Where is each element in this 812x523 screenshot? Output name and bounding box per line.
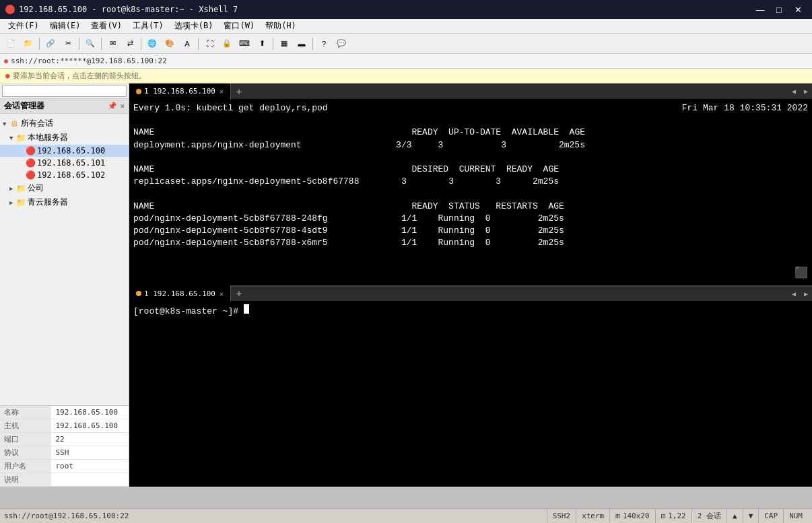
lower-tab-1[interactable]: 1 192.168.65.100 ✕ [129,285,231,302]
rs-name: replicaset.apps/nginx-deployment-5cb8f67… [133,176,396,186]
add-tab-button-lower[interactable]: + [231,285,247,302]
pod2-name: pod/nginx-deployment-5cb8f67788-4sdt9 [133,225,396,236]
folder-icon: 📁 [16,184,26,193]
tree-item-local-server[interactable]: ▼ 📁 本地服务器 [0,131,129,145]
status-items: SSH2 xterm ⊞ 140x20 ⊡ 1,22 2 会话 ▲ ▼ [547,509,808,524]
tree-item-server-102[interactable]: 🔴 192.168.65.102 [0,169,129,181]
paint-button[interactable]: 🎨 [162,36,178,51]
rs-ready: 3 [496,176,527,186]
prop-key: 说明 [0,473,51,487]
watch-command: Every 1.0s: kubectl get deploy,rs,pod [133,102,328,114]
pod-row-1: pod/nginx-deployment-5cb8f67788-248fg 1/… [133,213,808,225]
globe-button[interactable]: 🌐 [144,36,160,51]
col-desired: DESIRED [411,164,453,174]
panel-close-button[interactable]: ✕ [120,102,125,110]
script-button[interactable]: A [179,36,195,51]
hint-icon: ● [5,71,10,80]
pod1-ready: 1/1 [401,213,433,223]
minimize-button[interactable]: — [751,3,769,16]
add-tab-button[interactable]: + [231,83,247,100]
connect-button[interactable]: 🔗 [42,36,59,51]
prop-key: 名称 [0,406,51,419]
window-title: 192.168.65.100 - root@k8s-master:~ - Xsh… [19,5,238,14]
pod1-name: pod/nginx-deployment-5cb8f67788-248fg [133,213,396,223]
terminal-panel: 1 192.168.65.100 ✕ + ◀ ▶ Every 1.0s: kub… [129,83,812,487]
lower-tab-next[interactable]: ▶ [800,287,812,300]
search-button[interactable]: 🔍 [82,36,98,51]
prop-value: 192.168.65.100 [51,419,129,433]
pod-row-3: pod/nginx-deployment-5cb8f67788-x6mr5 1/… [133,237,808,249]
fullscreen-button[interactable]: ⛶ [201,36,217,51]
menu-tabs[interactable]: 选项卡(B) [169,19,219,33]
tree-item-qingyun[interactable]: ▶ 📁 青云服务器 [0,195,129,209]
pod2-ready: 1/1 [401,225,433,236]
status-xterm: xterm [582,512,604,520]
menu-file[interactable]: 文件(F) [3,19,44,33]
tab-prev-button[interactable]: ◀ [788,85,800,98]
panel-pin-button[interactable]: 📌 [108,102,117,110]
keyboard-button[interactable]: ⌨ [236,36,252,51]
tree-item-server-101[interactable]: 🔴 192.168.65.101 [0,157,129,169]
folder-icon: 🖥 [9,119,19,129]
help-btn[interactable]: ? [316,36,332,51]
lock-button[interactable]: 🔒 [219,36,235,51]
menu-help[interactable]: 帮助(H) [260,19,302,33]
new-session-button[interactable]: 📄 [3,36,19,51]
menu-window[interactable]: 窗口(W) [218,19,260,33]
menu-edit[interactable]: 编辑(E) [44,19,86,33]
pod1-status: Running [438,213,480,223]
close-button[interactable]: ✕ [789,3,807,16]
tree-item-server-100[interactable]: 🔴 192.168.65.100 [0,145,129,157]
upper-tab-1[interactable]: 1 192.168.65.100 ✕ [129,83,231,100]
session-icon: ● [4,57,8,65]
tree-item-all-sessions[interactable]: ▼ 🖥 所有会话 [0,116,129,131]
lower-terminal[interactable]: [root@k8s-master ~]# [129,302,812,487]
disconnect-button[interactable]: ✂ [60,36,76,51]
maximize-button[interactable]: □ [770,3,788,16]
chat-button[interactable]: 💬 [333,36,349,51]
search-input[interactable] [2,85,127,97]
prop-row-username: 用户名 root [0,460,129,473]
rs-row: replicaset.apps/nginx-deployment-5cb8f67… [133,176,808,188]
upper-tab-bar: 1 192.168.65.100 ✕ + ◀ ▶ [129,83,812,100]
tree-label: 公司 [28,182,44,194]
open-button[interactable]: 📁 [20,36,36,51]
status-scroll-up[interactable]: ▲ [726,509,743,524]
tab-next-button[interactable]: ▶ [800,85,812,98]
rs-desired: 3 [401,176,443,186]
pod3-restarts: 0 [485,238,533,248]
deploy-uptodate: 3 [438,140,496,150]
pod1-age: 2m25s [538,213,564,223]
folder-icon: 📁 [16,198,26,207]
lower-tab-prev[interactable]: ◀ [788,287,800,300]
tab-close-button[interactable]: ✕ [219,290,224,298]
status-term-type: xterm [576,509,609,524]
prop-key: 端口 [0,433,51,446]
up-arrow-icon[interactable]: ▲ [733,512,737,520]
down-arrow-icon[interactable]: ▼ [749,512,753,520]
layout-button[interactable]: ▦ [276,36,292,51]
prop-value: 22 [51,433,129,446]
scroll-indicator: ⬛ [794,266,808,281]
properties-panel: 名称 192.168.65.100 主机 192.168.65.100 端口 2… [0,405,129,487]
col-age3: AGE [548,201,564,211]
status-scroll-down[interactable]: ▼ [743,509,759,524]
prop-row-port: 端口 22 [0,433,129,446]
compose-button[interactable]: ✉ [104,36,121,51]
upper-terminal[interactable]: Every 1.0s: kubectl get deploy,rs,pod Fr… [129,100,812,285]
tab-close-button[interactable]: ✕ [219,88,224,95]
col-age1: AGE [570,127,585,137]
status-session-path: ssh://root@192.168.65.100:22 [4,512,547,520]
pod3-name: pod/nginx-deployment-5cb8f67788-x6mr5 [133,238,396,248]
status-sessions: 2 会话 [691,509,726,524]
pod2-age: 2m25s [538,225,564,236]
menu-view[interactable]: 查看(V) [86,19,127,33]
menu-tools[interactable]: 工具(T) [127,19,169,33]
tree-item-company[interactable]: ▶ 📁 公司 [0,181,129,195]
timestamp: Fri Mar 18 10:35:31 2022 [682,102,808,114]
upload-button[interactable]: ⬆ [254,36,270,51]
hint-text: 要添加当前会话，点击左侧的箭头按钮。 [13,71,146,81]
status-caps: CAP [758,509,783,524]
sftp-button[interactable]: ⇄ [122,36,138,51]
split-button[interactable]: ▬ [294,36,310,51]
